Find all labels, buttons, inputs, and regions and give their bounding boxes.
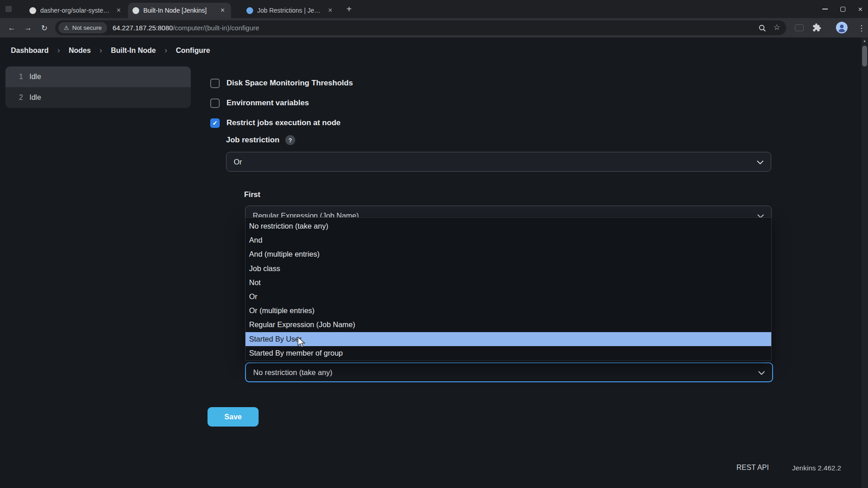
executor-status: Idle: [29, 73, 41, 81]
breadcrumb-dashboard[interactable]: Dashboard: [11, 47, 49, 55]
first-select-open-dropdown: No restriction (take any) And And (multi…: [245, 217, 772, 361]
browser-tab-built-in-node[interactable]: Built-In Node [Jenkins] ×: [128, 3, 231, 18]
scrollbar-thumb[interactable]: [862, 46, 867, 66]
jenkins-version-link[interactable]: Jenkins 2.462.2: [792, 464, 841, 472]
url-host: 64.227.187.25:8080: [113, 24, 173, 32]
url-path: /computer/(built-in)/configure: [173, 24, 259, 32]
chevron-down-icon: [758, 368, 765, 377]
help-icon[interactable]: ?: [285, 135, 295, 145]
environment-variables-checkbox[interactable]: [210, 99, 220, 108]
dropdown-option[interactable]: Not: [245, 276, 771, 290]
window-close-icon[interactable]: ×: [858, 5, 863, 13]
tab-favicon-icon: [132, 7, 139, 14]
browser-tab-solar-system[interactable]: dasher-org/solar-system - sola ×: [25, 3, 127, 18]
breadcrumb-built-in-node[interactable]: Built-In Node: [111, 47, 156, 55]
disk-space-checkbox[interactable]: [210, 79, 220, 88]
second-select-focused[interactable]: No restriction (take any): [245, 362, 773, 382]
checkbox-row-disk-space: Disk Space Monitoring Thresholds: [210, 78, 353, 88]
new-tab-button[interactable]: +: [344, 4, 354, 15]
url-text: 64.227.187.25:8080/computer/(built-in)/c…: [113, 24, 259, 32]
extensions-puzzle-icon[interactable]: [812, 23, 821, 34]
job-restriction-header: Job restriction ?: [226, 135, 295, 145]
executor-status: Idle: [29, 94, 41, 102]
breadcrumb: Dashboard › Nodes › Built-In Node › Conf…: [11, 38, 210, 64]
forward-icon[interactable]: →: [22, 22, 34, 34]
tab-search-icon[interactable]: [5, 6, 12, 12]
reload-icon[interactable]: ↻: [38, 22, 51, 34]
dropdown-option[interactable]: And (multiple entries): [245, 247, 771, 261]
dropdown-option[interactable]: Or: [245, 290, 771, 304]
dropdown-option[interactable]: Or (multiple entries): [245, 304, 771, 318]
dropdown-option[interactable]: Job class: [245, 262, 771, 276]
not-secure-label: Not secure: [72, 24, 102, 31]
chevron-down-icon: [757, 158, 764, 166]
tab-title: dasher-org/solar-system - sola: [40, 7, 111, 14]
environment-variables-label[interactable]: Environment variables: [226, 99, 309, 108]
dropdown-option[interactable]: No restriction (take any): [245, 219, 771, 233]
window-maximize-icon[interactable]: [840, 7, 845, 12]
dropdown-option[interactable]: And: [245, 233, 771, 247]
first-label: First: [244, 190, 260, 199]
dropdown-option-highlighted[interactable]: Started By User: [245, 332, 771, 346]
chevron-right-icon: ›: [99, 45, 102, 55]
restrict-jobs-label[interactable]: Restrict jobs execution at node: [226, 118, 340, 127]
tab-title: Job Restrictions | Jenkins plugin: [257, 7, 323, 14]
zoom-icon[interactable]: [758, 24, 766, 34]
browser-menu-icon[interactable]: ⋮: [858, 23, 865, 33]
job-restriction-value: Or: [234, 158, 242, 166]
dropdown-option[interactable]: Regular Expression (Job Name): [245, 318, 771, 332]
disk-space-label[interactable]: Disk Space Monitoring Thresholds: [226, 79, 353, 88]
not-secure-badge[interactable]: ⚠ Not secure: [58, 22, 107, 33]
tab-title: Built-In Node [Jenkins]: [143, 7, 215, 14]
save-button[interactable]: Save: [208, 407, 259, 427]
scrollbar-up-icon[interactable]: ▲: [861, 39, 868, 43]
side-panel-icon[interactable]: [795, 24, 804, 31]
executor-status-panel: 1 Idle 2 Idle: [5, 66, 191, 108]
bookmark-star-icon[interactable]: ☆: [774, 23, 780, 32]
tab-favicon-icon: [246, 7, 253, 14]
back-icon[interactable]: ←: [5, 22, 18, 34]
tab-close-icon[interactable]: ×: [219, 7, 226, 14]
restrict-jobs-checkbox[interactable]: ✓: [210, 118, 220, 128]
executor-row-1[interactable]: 1 Idle: [5, 66, 191, 87]
breadcrumb-nodes[interactable]: Nodes: [69, 47, 91, 55]
second-select-value: No restriction (take any): [253, 368, 332, 377]
dropdown-option[interactable]: Started By member of group: [245, 346, 771, 360]
page-scrollbar[interactable]: ▲: [861, 38, 868, 488]
chevron-right-icon: ›: [165, 45, 167, 55]
mouse-cursor: [297, 337, 308, 350]
executor-number: 1: [19, 73, 24, 81]
window-minimize-icon[interactable]: [822, 9, 828, 9]
job-restriction-label: Job restriction: [226, 136, 279, 145]
screen: dasher-org/solar-system - sola × Built-I…: [0, 0, 868, 488]
profile-avatar[interactable]: [836, 22, 848, 33]
tab-close-icon[interactable]: ×: [115, 7, 123, 14]
executor-number: 2: [19, 94, 24, 102]
checkbox-row-restrict-jobs: ✓ Restrict jobs execution at node: [210, 118, 340, 128]
browser-navbar: ← → ↻ ⚠ Not secure 64.227.187.25:8080/co…: [0, 18, 868, 38]
tab-close-icon[interactable]: ×: [326, 7, 334, 14]
executor-row-2[interactable]: 2 Idle: [5, 87, 191, 108]
browser-tabstrip: dasher-org/solar-system - sola × Built-I…: [0, 0, 868, 18]
check-icon: ✓: [212, 119, 218, 127]
job-restriction-select[interactable]: Or: [226, 152, 771, 172]
checkbox-row-environment: Environment variables: [210, 98, 309, 108]
jenkins-page: Dashboard › Nodes › Built-In Node › Conf…: [0, 38, 868, 488]
warning-icon: ⚠: [64, 24, 69, 31]
address-bar[interactable]: ⚠ Not secure 64.227.187.25:8080/computer…: [55, 20, 786, 35]
window-controls: ×: [822, 0, 863, 18]
tab-favicon-icon: [29, 7, 36, 14]
browser-tab-job-restrictions[interactable]: Job Restrictions | Jenkins plugin ×: [242, 3, 339, 18]
breadcrumb-configure[interactable]: Configure: [176, 47, 210, 55]
rest-api-link[interactable]: REST API: [736, 464, 769, 472]
chevron-right-icon: ›: [57, 45, 60, 55]
